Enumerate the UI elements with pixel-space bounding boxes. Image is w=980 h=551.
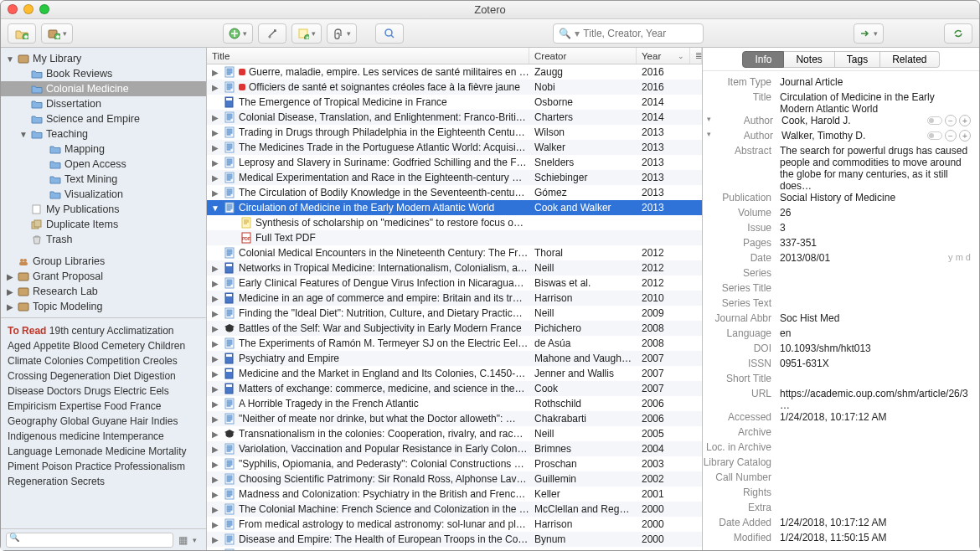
field-rights[interactable]: Rights xyxy=(703,487,971,502)
item-row[interactable]: ▶Networks in Tropical Medicine: Internat… xyxy=(207,260,702,276)
field-library_catalog[interactable]: Library Catalog xyxy=(703,456,971,471)
field-series_title[interactable]: Series Title xyxy=(703,282,971,297)
collection-item[interactable]: Book Reviews xyxy=(1,66,206,81)
group-library-item[interactable]: ▶Topic Modeling xyxy=(1,299,206,314)
item-row[interactable]: Colonial Medical Encounters in the Ninet… xyxy=(207,245,702,260)
item-row[interactable]: ▶From medical astrology to medical astro… xyxy=(207,517,702,532)
group-library-item[interactable]: ▶Research Lab xyxy=(1,284,206,299)
field-extra[interactable]: Extra xyxy=(703,502,971,517)
add-creator-button[interactable]: + xyxy=(959,115,971,126)
field-title[interactable]: TitleCirculation of Medicine in the Earl… xyxy=(703,91,971,115)
item-row[interactable]: ▶Transnationalism in the colonies: Coope… xyxy=(207,426,702,441)
item-row[interactable]: ▶Guerre, maladie, empire. Les services d… xyxy=(207,64,702,80)
locate-button[interactable]: ▾ xyxy=(854,23,884,44)
collection-item[interactable]: Dissertation xyxy=(1,96,206,111)
item-row[interactable]: ▶The Circulation of Bodily Knowledge in … xyxy=(207,185,702,200)
item-row[interactable]: ▶Variolation, Vaccination and Popular Re… xyxy=(207,441,702,456)
group-library-item[interactable]: ▶Grant Proposal xyxy=(1,269,206,284)
field-loc_archive[interactable]: Loc. in Archive xyxy=(703,441,971,456)
field-abstract[interactable]: AbstractThe search for powerful drugs ha… xyxy=(703,145,971,192)
close-window-button[interactable] xyxy=(8,4,18,14)
item-row[interactable]: ▶Medical Experimentation and Race in the… xyxy=(207,170,702,185)
add-creator-button[interactable]: + xyxy=(959,130,971,142)
add-attachment-button[interactable]: ▾ xyxy=(327,23,357,44)
tag-menu-button[interactable]: ▾ xyxy=(193,536,197,544)
remove-creator-button[interactable]: − xyxy=(945,115,957,126)
zoom-window-button[interactable] xyxy=(39,4,49,14)
quick-search-input[interactable] xyxy=(583,28,683,39)
remove-creator-button[interactable]: − xyxy=(945,130,957,142)
field-accessed[interactable]: Accessed1/24/2018, 10:17:12 AM xyxy=(703,411,971,426)
item-row[interactable]: ▶"Syphilis, Opiomania, and Pederasty": C… xyxy=(207,456,702,471)
item-row[interactable]: ▶Officiers de santé et soignantes créole… xyxy=(207,80,702,95)
field-date[interactable]: Date2013/08/01y m d xyxy=(703,252,971,267)
column-creator[interactable]: Creator xyxy=(529,48,637,64)
collection-item[interactable]: Visualization xyxy=(1,187,206,202)
new-item-button[interactable]: ▾ xyxy=(223,23,253,44)
item-row[interactable]: ▶Battles of the Self: War and Subjectivi… xyxy=(207,321,702,336)
item-row[interactable]: ▶Colonial Disease, Translation, and Enli… xyxy=(207,110,702,125)
tag-view-toggle[interactable]: ▦ xyxy=(178,534,188,546)
tag-selector[interactable]: To Read 19th century Acclimatization Age… xyxy=(1,317,206,528)
tab-tags[interactable]: Tags xyxy=(835,51,880,68)
tab-info[interactable]: Info xyxy=(742,51,784,68)
collection-item[interactable]: Text Mining xyxy=(1,172,206,187)
field-volume[interactable]: Volume26 xyxy=(703,207,971,222)
item-row[interactable]: ▶The Colonial Machine: French Science an… xyxy=(207,502,702,517)
field-item_type[interactable]: Item TypeJournal Article xyxy=(703,76,971,91)
item-row[interactable]: ▶The Experiments of Ramón M. Termeyer SJ… xyxy=(207,336,702,351)
field-publication[interactable]: PublicationSocial History of Medicine xyxy=(703,192,971,207)
item-row[interactable]: ▶Madness and Colonization: Psychiatry in… xyxy=(207,487,702,502)
collection-item[interactable]: ▼Teaching xyxy=(1,126,206,142)
quick-search[interactable]: 🔍▾ xyxy=(553,23,704,44)
tag-to-read[interactable]: To Read xyxy=(8,325,46,337)
add-by-identifier-button[interactable] xyxy=(258,23,286,44)
collection-item[interactable]: Colonial Medicine xyxy=(1,81,206,96)
collection-item[interactable]: Mapping xyxy=(1,142,206,157)
item-row[interactable]: ▶Finding the "Ideal Diet": Nutrition, Cu… xyxy=(207,306,702,321)
item-row[interactable]: ▶Climates & Constitutions: Health, Race,… xyxy=(207,547,702,550)
field-url[interactable]: URLhttps://academic.oup.com/shm/article/… xyxy=(703,388,971,411)
field-call_number[interactable]: Call Number xyxy=(703,471,971,487)
tab-related[interactable]: Related xyxy=(880,51,939,68)
item-row[interactable]: ▶Medicine in an age of commerce and empi… xyxy=(207,291,702,306)
item-row[interactable]: ▶Psychiatry and EmpireMahone and Vaughan… xyxy=(207,351,702,366)
collection-item[interactable]: Open Access xyxy=(1,157,206,172)
field-series[interactable]: Series xyxy=(703,267,971,282)
minimize-window-button[interactable] xyxy=(23,4,34,14)
field-short_title[interactable]: Short Title xyxy=(703,373,971,388)
group-libraries[interactable]: Group Libraries xyxy=(1,254,206,269)
new-library-button[interactable]: ▾ xyxy=(41,23,73,44)
new-collection-button[interactable] xyxy=(8,23,36,44)
duplicate-items[interactable]: Duplicate Items xyxy=(1,217,206,232)
item-row[interactable]: ▶Early Clinical Features of Dengue Virus… xyxy=(207,276,702,291)
item-row[interactable]: ▶A Horrible Tragedy in the French Atlant… xyxy=(207,396,702,411)
item-row[interactable]: ▶"Neither of meate nor drinke, but what … xyxy=(207,411,702,426)
field-pages[interactable]: Pages337-351 xyxy=(703,237,971,252)
field-journal_abbr[interactable]: Journal AbbrSoc Hist Med xyxy=(703,312,971,327)
field-series_text[interactable]: Series Text xyxy=(703,297,971,312)
tag-filter-input[interactable] xyxy=(6,533,173,548)
items-list[interactable]: ▶Guerre, maladie, empire. Les services d… xyxy=(207,64,702,550)
column-picker[interactable]: ≣ xyxy=(690,48,702,64)
item-row[interactable]: ▶The Medicines Trade in the Portuguese A… xyxy=(207,140,702,155)
field-language[interactable]: Languageen xyxy=(703,327,971,342)
field-issn[interactable]: ISSN0951-631X xyxy=(703,358,971,373)
field-doi[interactable]: DOI10.1093/shm/hkt013 xyxy=(703,342,971,358)
my-library[interactable]: ▼My Library xyxy=(1,51,206,66)
trash[interactable]: Trash xyxy=(1,232,206,247)
item-row[interactable]: The Emergence of Tropical Medicine in Fr… xyxy=(207,95,702,110)
creator-type-toggle[interactable] xyxy=(927,131,942,140)
field-author2[interactable]: ▾AuthorWalker, Timothy D.−+ xyxy=(703,130,971,145)
column-year[interactable]: Year⌄ xyxy=(637,48,690,64)
column-title[interactable]: Title xyxy=(207,48,529,64)
item-row[interactable]: ▶Leprosy and Slavery in Suriname: Godfri… xyxy=(207,155,702,170)
field-author1[interactable]: ▾AuthorCook, Harold J.−+ xyxy=(703,115,971,130)
creator-type-toggle[interactable] xyxy=(927,116,942,125)
item-row[interactable]: ▶Trading in Drugs through Philadelphia i… xyxy=(207,125,702,140)
item-row[interactable]: ▶Disease and Empire: The Health of Europ… xyxy=(207,532,702,547)
item-row[interactable]: ▶Medicine and the Market in England and … xyxy=(207,366,702,381)
field-date_added[interactable]: Date Added1/24/2018, 10:17:12 AM xyxy=(703,517,971,532)
new-note-button[interactable]: ▾ xyxy=(291,23,322,44)
field-issue[interactable]: Issue3 xyxy=(703,222,971,237)
